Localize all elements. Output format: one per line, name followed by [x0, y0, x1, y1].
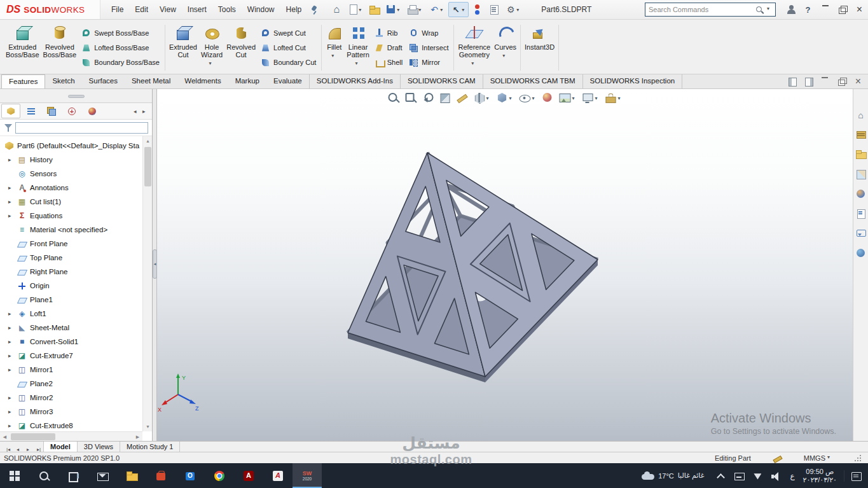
quick-access-button[interactable]: [486, 2, 502, 17]
tree-item[interactable]: Cut-Extrude7: [0, 349, 142, 363]
curves-button[interactable]: Curves: [492, 22, 518, 74]
quick-access-button[interactable]: [329, 2, 344, 17]
part-model[interactable]: [348, 153, 598, 382]
tree-item[interactable]: Plane2: [0, 377, 142, 391]
shell-button[interactable]: Shell: [375, 58, 403, 67]
dropdown-caret-icon[interactable]: [355, 60, 361, 66]
dropdown-caret-icon[interactable]: [595, 95, 600, 101]
quick-access-button[interactable]: [367, 2, 382, 17]
action-center-button[interactable]: [844, 470, 867, 482]
expand-arrow-icon[interactable]: [8, 393, 14, 402]
panel-tab[interactable]: [22, 104, 41, 118]
lofted-cut-button[interactable]: Lofted Cut: [261, 43, 316, 53]
window-control-button[interactable]: [834, 0, 851, 19]
taskbar-app-button[interactable]: [88, 463, 117, 488]
window-control-button[interactable]: [851, 0, 868, 19]
expand-arrow-icon[interactable]: [8, 183, 14, 192]
tree-root-item[interactable]: Part6 (Default<<Default>_Display Sta: [0, 139, 142, 153]
boundary-cut-button[interactable]: Boundary Cut: [261, 58, 316, 67]
taskbar-app-button[interactable]: SW 2020: [293, 463, 322, 488]
quick-access-button[interactable]: [427, 2, 447, 17]
solidworks-resources-icon[interactable]: [855, 109, 866, 120]
command-tab[interactable]: Sheet Metal: [125, 74, 177, 88]
linear-pattern-button[interactable]: LinearPattern: [345, 22, 371, 74]
view-palette-icon[interactable]: [855, 169, 866, 179]
fillet-button[interactable]: Fillet: [324, 22, 345, 74]
design-library-icon[interactable]: [855, 129, 866, 140]
solidworks-forum-icon[interactable]: [855, 228, 866, 239]
expand-arrow-icon[interactable]: [8, 197, 14, 206]
tree-item[interactable]: Annotations: [0, 181, 142, 195]
intersect-button[interactable]: Intersect: [409, 43, 448, 53]
panel-top-splitter[interactable]: [0, 89, 152, 103]
panel-tab[interactable]: [1, 104, 20, 118]
window-control-button[interactable]: [782, 0, 799, 19]
panel-splitter[interactable]: [153, 89, 157, 441]
window-close-icon[interactable]: [854, 77, 862, 86]
dropdown-caret-icon[interactable]: [572, 95, 577, 101]
view-toolbar-button[interactable]: [495, 91, 515, 105]
view-toolbar-button[interactable]: [438, 91, 452, 105]
resize-grip-icon[interactable]: [854, 454, 862, 462]
menu-item[interactable]: Insert: [182, 0, 212, 19]
expand-arrow-icon[interactable]: [8, 421, 14, 430]
swept-boss-base-button[interactable]: Swept Boss/Base: [81, 28, 160, 38]
scrollbar-thumb[interactable]: [144, 147, 151, 186]
taskbar-app-button[interactable]: [176, 463, 205, 488]
expand-arrow-icon[interactable]: [8, 211, 14, 220]
tree-item[interactable]: Cut-Extrude8: [0, 419, 142, 433]
appearances-scenes-icon[interactable]: [855, 188, 866, 199]
expand-arrow-icon[interactable]: [8, 337, 14, 346]
revolved-boss-base-button[interactable]: RevolvedBoss/Base: [41, 22, 79, 74]
command-tab[interactable]: SOLIDWORKS Inspection: [582, 74, 683, 88]
tree-item[interactable]: Origin: [0, 279, 142, 293]
tree-item[interactable]: Plane1: [0, 293, 142, 307]
dropdown-caret-icon[interactable]: [331, 53, 337, 59]
view-toolbar-button[interactable]: [472, 91, 492, 105]
command-tab[interactable]: Sketch: [45, 74, 81, 88]
panel-tab[interactable]: [83, 104, 102, 118]
extruded-cut-button[interactable]: ExtrudedCut: [167, 22, 199, 74]
menu-item[interactable]: Tools: [212, 0, 242, 19]
hole-wizard-button[interactable]: HoleWizard: [199, 22, 224, 74]
window-minimize-icon[interactable]: [821, 77, 829, 86]
taskbar-app-button[interactable]: [59, 463, 88, 488]
tree-item[interactable]: Material <not specified>: [0, 223, 142, 237]
tree-filter-input[interactable]: [15, 122, 148, 134]
panel-collapse-handle[interactable]: [153, 249, 157, 279]
command-tab[interactable]: SOLIDWORKS CAM TBM: [483, 74, 582, 88]
dropdown-caret-icon[interactable]: [618, 95, 623, 101]
reference-geometry-button[interactable]: ReferenceGeometry: [456, 22, 492, 74]
tree-item[interactable]: Cut list(1): [0, 195, 142, 209]
window-control-button[interactable]: [799, 0, 816, 19]
wrap-button[interactable]: Wrap: [409, 28, 448, 38]
scrollbar-thumb[interactable]: [11, 433, 55, 440]
view-tab[interactable]: Model: [43, 442, 78, 452]
quick-access-button[interactable]: [503, 2, 523, 17]
view-toolbar-button[interactable]: [387, 91, 401, 105]
scroll-down-icon[interactable]: [143, 422, 152, 431]
quick-access-button[interactable]: [448, 2, 469, 17]
expand-arrow-icon[interactable]: [8, 155, 14, 164]
panel-tab-prev-icon[interactable]: [133, 107, 140, 116]
dropdown-caret-icon[interactable]: [471, 60, 477, 66]
panel-tab[interactable]: [42, 104, 61, 118]
tree-item[interactable]: Mirror1: [0, 363, 142, 377]
custom-properties-icon[interactable]: [855, 208, 866, 219]
scroll-up-icon[interactable]: [143, 136, 152, 146]
tree-item[interactable]: Mirror2: [0, 391, 142, 405]
tree-item[interactable]: Equations: [0, 209, 142, 223]
scroll-left-icon[interactable]: [0, 432, 10, 441]
boundary-boss-base-button[interactable]: Boundary Boss/Base: [81, 58, 160, 67]
instant3d-button[interactable]: Instant3D: [523, 22, 556, 74]
file-explorer-small-icon[interactable]: [855, 149, 866, 160]
wifi-icon[interactable]: [752, 470, 763, 482]
tree-item[interactable]: Sheet-Metal: [0, 321, 142, 335]
taskbar-app-button[interactable]: [29, 463, 59, 488]
expand-arrow-icon[interactable]: [8, 407, 14, 416]
window-restore-icon[interactable]: [837, 77, 846, 86]
taskbar-clock[interactable]: 09:50 ص ٢٠٢٣/٠٣/٢٠: [803, 468, 837, 484]
view-toolbar-button[interactable]: [421, 91, 435, 105]
swept-cut-button[interactable]: Swept Cut: [261, 28, 316, 38]
tree-item[interactable]: Mirror3: [0, 405, 142, 419]
